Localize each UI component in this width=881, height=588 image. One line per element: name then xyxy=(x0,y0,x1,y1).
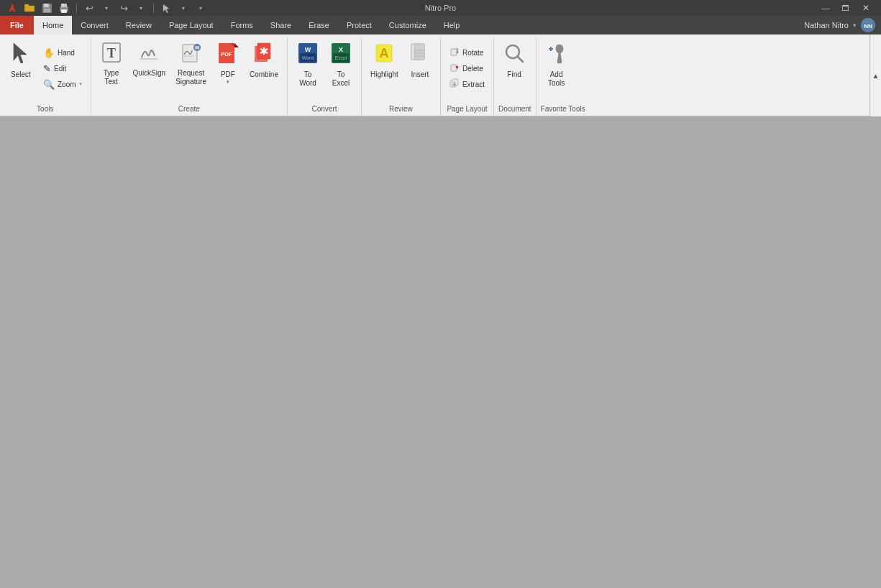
find-label: Find xyxy=(507,70,521,79)
pdf-dropdown-arrow: ▾ xyxy=(227,79,229,85)
more-options-icon[interactable]: ▾ xyxy=(194,1,207,14)
hand-label: Hand xyxy=(58,49,75,57)
menu-item-forms[interactable]: Forms xyxy=(222,16,262,35)
svg-rect-7 xyxy=(61,4,67,7)
to-word-label: ToWord xyxy=(299,70,316,88)
svg-rect-4 xyxy=(44,4,49,7)
quicksign-label: QuickSign xyxy=(133,69,166,78)
edit-button[interactable]: ✎ Edit xyxy=(39,60,86,76)
zoom-button[interactable]: 🔍 Zoom ▾ xyxy=(39,76,86,92)
find-icon xyxy=(503,42,525,68)
maximize-button[interactable]: 🗖 xyxy=(836,1,855,14)
svg-rect-2 xyxy=(24,4,29,7)
svg-line-55 xyxy=(518,57,523,62)
svg-rect-41 xyxy=(414,44,424,60)
nitro-logo-icon[interactable] xyxy=(6,1,19,14)
ribbon-group-convert: W Word ToWord X Excel ToExce xyxy=(288,37,362,116)
select-button[interactable]: Select xyxy=(4,39,37,98)
undo-icon[interactable]: ↩ xyxy=(83,1,96,14)
insert-button[interactable]: Insert xyxy=(404,39,436,98)
menu-item-erase[interactable]: Erase xyxy=(300,16,338,35)
hand-button[interactable]: ✋ Hand xyxy=(39,45,86,60)
quicksign-button[interactable]: QuickSign xyxy=(129,39,170,98)
menu-item-help[interactable]: Help xyxy=(435,16,469,35)
canvas-area xyxy=(0,116,881,587)
close-button[interactable]: ✕ xyxy=(857,1,875,14)
favorite-tools-content: AddTools xyxy=(541,39,585,104)
review-content: A Highlight Insert xyxy=(366,39,436,104)
menu-item-pagelayout[interactable]: Page Layout xyxy=(160,16,222,35)
menu-item-customize[interactable]: Customize xyxy=(380,16,435,35)
rotate-label: Rotate xyxy=(462,49,483,57)
user-area: Nathan Nitro ▾ NN xyxy=(804,16,881,35)
extract-label: Extract xyxy=(462,81,485,88)
ribbon-group-tools: Select ✋ Hand ✎ Edit 🔍 Zoom ▾ Tools xyxy=(0,37,91,116)
request-signature-button[interactable]: ✉ RequestSignature xyxy=(171,39,211,98)
open-folder-icon[interactable] xyxy=(23,1,36,14)
select-label: Select xyxy=(11,70,31,79)
to-word-button[interactable]: W Word ToWord xyxy=(292,39,324,98)
user-dropdown-arrow[interactable]: ▾ xyxy=(853,22,857,29)
rotate-button[interactable]: Rotate xyxy=(445,45,489,60)
titlebar: ↩ ▾ ↪ ▾ ▾ ▾ Nitro Pro — 🗖 ✕ xyxy=(0,0,881,16)
combine-label: Combine xyxy=(250,70,278,79)
svg-text:Word: Word xyxy=(302,55,314,60)
pdf-button[interactable]: PDF PDF PDF ▾ xyxy=(212,39,244,98)
type-text-label: TypeText xyxy=(104,69,119,86)
add-tools-button[interactable]: AddTools xyxy=(541,39,572,98)
svg-point-9 xyxy=(65,7,67,9)
highlight-button[interactable]: A Highlight xyxy=(366,39,403,98)
favorite-tools-group-label: Favorite Tools xyxy=(541,104,585,116)
undo-dropdown-icon[interactable]: ▾ xyxy=(100,1,113,14)
titlebar-left: ↩ ▾ ↪ ▾ ▾ ▾ xyxy=(6,1,207,14)
to-excel-icon: X Excel xyxy=(330,42,352,68)
quicksign-icon xyxy=(139,42,159,66)
delete-button[interactable]: Delete xyxy=(445,60,489,76)
menu-item-home[interactable]: Home xyxy=(34,16,72,35)
to-excel-button[interactable]: X Excel ToExcel xyxy=(325,39,357,98)
ribbon-scroll-button[interactable]: ▲ xyxy=(869,35,881,116)
cursor-dropdown-icon[interactable]: ▾ xyxy=(177,1,190,14)
pdf-icon: PDF PDF xyxy=(217,42,239,68)
menu-item-share[interactable]: Share xyxy=(262,16,300,35)
svg-text:T: T xyxy=(107,46,116,60)
type-text-button[interactable]: T TypeText xyxy=(96,39,127,98)
app-title: Nitro Pro xyxy=(425,4,456,12)
zoom-icon: 🔍 xyxy=(43,79,55,90)
extract-button[interactable]: Extract xyxy=(445,76,489,92)
user-avatar[interactable]: NN xyxy=(861,18,875,32)
svg-text:Excel: Excel xyxy=(334,55,347,60)
to-excel-label: ToExcel xyxy=(332,70,350,88)
hand-icon: ✋ xyxy=(43,47,55,58)
user-name: Nathan Nitro xyxy=(804,21,849,29)
edit-icon: ✎ xyxy=(43,63,51,74)
select-icon xyxy=(11,42,31,68)
insert-label: Insert xyxy=(411,70,429,79)
menu-item-protect[interactable]: Protect xyxy=(338,16,380,35)
zoom-label: Zoom xyxy=(58,81,76,88)
menu-item-file[interactable]: File xyxy=(0,16,34,35)
pagelayout-group-label: Page Layout xyxy=(445,104,489,116)
svg-rect-8 xyxy=(61,9,67,13)
add-tools-label: AddTools xyxy=(548,70,565,88)
find-button[interactable]: Find xyxy=(498,39,530,98)
pagelayout-small-group: Rotate Delete xyxy=(445,39,489,98)
tools-content: Select ✋ Hand ✎ Edit 🔍 Zoom ▾ xyxy=(4,39,86,104)
combine-button[interactable]: Combine xyxy=(245,39,283,98)
svg-marker-10 xyxy=(163,4,169,13)
menu-item-convert[interactable]: Convert xyxy=(72,16,117,35)
tools-small-group: ✋ Hand ✎ Edit 🔍 Zoom ▾ xyxy=(39,39,86,98)
svg-marker-23 xyxy=(234,43,239,47)
menu-item-review[interactable]: Review xyxy=(117,16,160,35)
minimize-button[interactable]: — xyxy=(816,1,835,14)
redo-icon[interactable]: ↪ xyxy=(117,1,130,14)
svg-text:✉: ✉ xyxy=(195,45,199,50)
type-text-icon: T xyxy=(101,42,122,66)
cursor-tool-icon[interactable] xyxy=(160,1,173,14)
print-icon[interactable] xyxy=(58,1,70,14)
create-group-label: Create xyxy=(96,104,283,116)
highlight-label: Highlight xyxy=(370,70,398,79)
save-icon[interactable] xyxy=(40,1,53,14)
separator2 xyxy=(153,3,154,13)
redo-dropdown-icon[interactable]: ▾ xyxy=(134,1,147,14)
